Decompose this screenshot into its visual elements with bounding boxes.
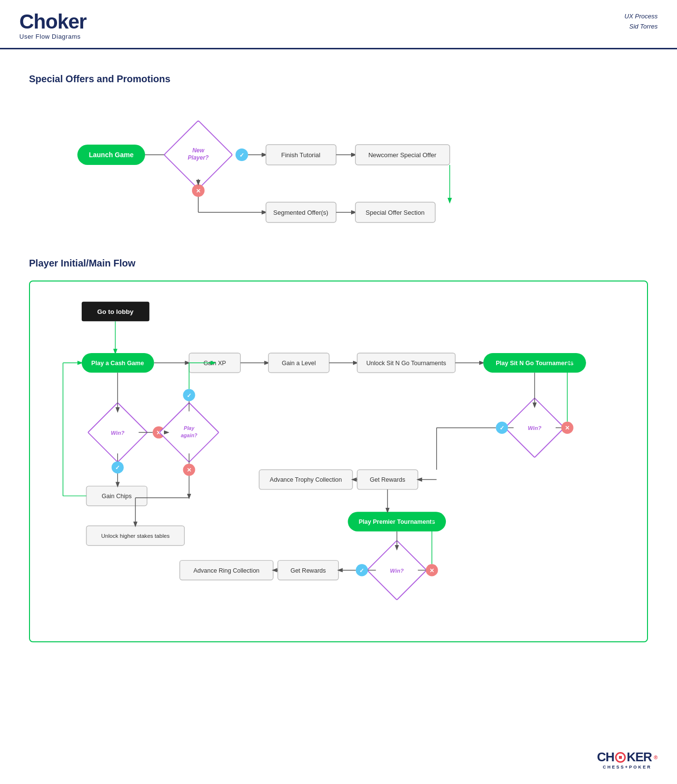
svg-text:New: New <box>192 147 205 154</box>
svg-text:Player?: Player? <box>188 154 209 161</box>
header-right: UX Process Sid Torres <box>624 12 658 32</box>
node-play-again: Play again? <box>160 403 219 462</box>
section1-diagram: Launch Game New Player? ✓ Finish Tutoria… <box>29 96 648 232</box>
svg-text:Gain a Level: Gain a Level <box>282 360 316 367</box>
node-launch-game: Launch Game <box>77 145 145 165</box>
logo-area: Choker User Flow Diagrams <box>19 12 87 40</box>
node-unlock-higher: Unlock higher stakes tables <box>87 526 185 546</box>
section2-title: Player Initial/Main Flow <box>29 258 648 269</box>
svg-text:Unlock higher stakes tables: Unlock higher stakes tables <box>101 533 170 539</box>
node-gain-level: Gain a Level <box>268 353 329 373</box>
node-play-cash-game: Play a Cash Game <box>82 353 154 373</box>
logo-tagline: User Flow Diagrams <box>19 33 87 40</box>
svg-text:Play Sit N Go Tournaments: Play Sit N Go Tournaments <box>496 360 574 367</box>
section2-diagram: Go to lobby Play a Cash Game Gain XP G <box>40 291 637 630</box>
svg-text:Get Rewards: Get Rewards <box>291 567 326 574</box>
node-win-q3: Win? <box>367 540 427 600</box>
node-gain-chips: Gain Chips <box>87 486 147 506</box>
node-go-to-lobby: Go to lobby <box>82 302 149 322</box>
node-advance-trophy: Advance Trophy Collection <box>259 470 353 489</box>
main-flow-container: Go to lobby Play a Cash Game Gain XP G <box>29 281 648 642</box>
svg-text:Win?: Win? <box>528 425 541 431</box>
svg-text:again?: again? <box>181 432 198 438</box>
node-win-q2: Win? <box>505 398 564 458</box>
svg-text:✕: ✕ <box>187 467 191 473</box>
svg-text:✕: ✕ <box>196 188 201 194</box>
svg-text:✕: ✕ <box>429 568 434 574</box>
svg-text:Win?: Win? <box>111 430 124 436</box>
node-get-rewards2: Get Rewards <box>278 561 338 580</box>
svg-text:Play: Play <box>184 425 195 431</box>
section-main-flow: Player Initial/Main Flow Go to lobby <box>0 248 677 666</box>
registered-icon: ® <box>654 754 658 760</box>
node-finish-tutorial: Finish Tutorial <box>266 145 336 165</box>
svg-text:✓: ✓ <box>115 465 120 471</box>
node-get-rewards1: Get Rewards <box>357 470 418 489</box>
node-segmented-offers: Segmented Offer(s) <box>266 202 336 222</box>
svg-text:✓: ✓ <box>359 568 364 574</box>
node-win-q1: Win? <box>88 403 147 462</box>
node-advance-ring: Advance Ring Collection <box>180 561 273 580</box>
svg-text:Unlock Sit N Go Tournaments: Unlock Sit N Go Tournaments <box>366 360 446 367</box>
node-new-player: New Player? <box>164 120 232 189</box>
svg-text:✓: ✓ <box>187 393 191 399</box>
svg-text:Newcomer Special Offer: Newcomer Special Offer <box>368 151 437 159</box>
svg-text:Gain Chips: Gain Chips <box>102 493 132 500</box>
node-newcomer-offer: Newcomer Special Offer <box>355 145 450 165</box>
svg-text:✓: ✓ <box>239 152 244 159</box>
footer-logo-text: CH <box>597 750 614 765</box>
svg-text:Advance Trophy Collection: Advance Trophy Collection <box>270 476 342 483</box>
section-special-offers: Special Offers and Promotions Launch Gam… <box>0 49 677 248</box>
footer-logo: CH KER ® CHESS+POKER <box>597 750 658 769</box>
header: Choker User Flow Diagrams UX Process Sid… <box>0 0 677 49</box>
choker-ring-icon <box>615 752 626 763</box>
author-name: Sid Torres <box>624 22 658 32</box>
svg-text:Gain XP: Gain XP <box>204 360 226 367</box>
svg-text:Finish Tutorial: Finish Tutorial <box>281 151 321 159</box>
svg-text:Go to lobby: Go to lobby <box>97 308 133 315</box>
choker-dot-icon <box>619 756 622 759</box>
svg-text:Play a Cash Game: Play a Cash Game <box>91 360 144 367</box>
svg-text:Get Rewards: Get Rewards <box>370 476 405 483</box>
svg-text:Special Offer Section: Special Offer Section <box>366 209 425 216</box>
section1-title: Special Offers and Promotions <box>29 74 648 85</box>
svg-text:✕: ✕ <box>565 425 570 431</box>
svg-text:✓: ✓ <box>500 425 504 431</box>
logo-text: Choker <box>19 12 87 32</box>
svg-text:Launch Game: Launch Game <box>89 151 134 159</box>
ux-label: UX Process <box>624 12 658 22</box>
node-special-offer-section: Special Offer Section <box>355 202 435 222</box>
node-unlock-sit-n-go: Unlock Sit N Go Tournaments <box>357 353 456 373</box>
svg-text:Win?: Win? <box>390 568 404 574</box>
svg-text:Segmented Offer(s): Segmented Offer(s) <box>273 209 328 216</box>
node-play-premier: Play Premier Tournaments <box>348 512 446 532</box>
svg-text:Play Premier Tournaments: Play Premier Tournaments <box>359 518 435 525</box>
svg-text:Advance Ring Collection: Advance Ring Collection <box>193 567 260 574</box>
footer-sub: CHESS+POKER <box>603 765 652 769</box>
footer-logo-text2: KER <box>627 750 652 765</box>
